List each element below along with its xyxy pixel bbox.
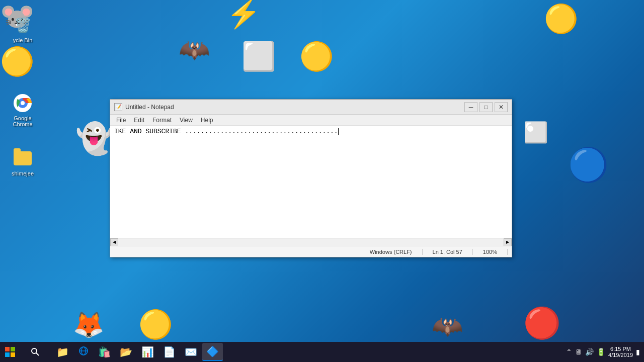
line-ending-status: Windows (CRLF): [360, 249, 423, 255]
svg-point-8: [32, 348, 37, 353]
recycle-bin-icon[interactable]: 🗑️ ycle Bin: [5, 15, 40, 43]
excel-icon: 📊: [141, 346, 154, 358]
chrome-icon[interactable]: Google Chrome: [5, 93, 40, 127]
taskbar-item-word[interactable]: 📄: [159, 343, 180, 361]
scroll-right-button[interactable]: ▶: [504, 238, 512, 246]
pokemon-ghost: 👻: [75, 121, 113, 156]
pokemon-char: 🟡: [299, 40, 334, 73]
tray-network[interactable]: 🖥: [575, 348, 582, 356]
explorer-icon: 📁: [56, 346, 69, 358]
taskbar-search[interactable]: [20, 344, 50, 359]
filemanager-icon: 📂: [120, 346, 132, 358]
recycle-bin-label: ycle Bin: [13, 37, 33, 43]
svg-rect-7: [11, 352, 15, 357]
shimejee-label: shimejee: [12, 170, 34, 176]
taskbar-clock[interactable]: 6:15 PM 4/19/2019: [608, 346, 633, 358]
taskbar-tray: ⌃ 🖥 🔊 🔋 6:15 PM 4/19/2019 ▮: [562, 346, 644, 358]
edit-menu[interactable]: Edit: [130, 116, 148, 125]
notepad-menubar: File Edit Format View Help: [110, 115, 512, 126]
shimejee-image: [13, 148, 33, 168]
format-menu[interactable]: Format: [148, 116, 176, 125]
pokemon-corner: ⬜: [523, 121, 548, 144]
taskbar-item-explorer[interactable]: 📁: [52, 343, 73, 361]
minimize-button[interactable]: ─: [464, 102, 477, 112]
taskbar-item-filemanager[interactable]: 📂: [116, 343, 136, 361]
pokemon-blob: ⬜: [242, 40, 276, 73]
pokemon-bat: 🦇: [179, 35, 210, 64]
ie-icon: [78, 345, 89, 359]
text-cursor: [338, 128, 339, 135]
pokemon-pikachu-top: ⚡: [226, 0, 261, 30]
zoom-status: 100%: [473, 249, 508, 255]
recycle-bin-image: 🗑️: [13, 15, 33, 35]
pokemon-topleft2: 🟡: [0, 45, 35, 78]
pokemon-bottom-left: 🦊: [73, 310, 104, 339]
help-menu[interactable]: Help: [197, 116, 217, 125]
notepad-content[interactable]: IKE AND SUBSCRIBE ......................…: [110, 126, 512, 238]
taskbar-item-excel[interactable]: 📊: [137, 343, 158, 361]
taskbar-item-mail[interactable]: ✉️: [181, 343, 201, 361]
pokemon-pikachu-top2: 🟡: [544, 3, 579, 35]
scroll-left-button[interactable]: ◀: [110, 238, 118, 246]
store-icon: 🛍️: [98, 346, 111, 358]
notepad-app-icon: 📝: [114, 103, 122, 111]
notepad-titlebar[interactable]: 📝 Untitled - Notepad ─ □ ✕: [110, 100, 512, 115]
notepad-title-left: 📝 Untitled - Notepad: [114, 103, 174, 111]
notepad-window: 📝 Untitled - Notepad ─ □ ✕ File Edit For…: [110, 99, 512, 257]
word-icon: 📄: [163, 346, 176, 358]
shimejee-icon[interactable]: shimejee: [5, 148, 40, 176]
chrome-image: [13, 93, 33, 113]
notepad-statusbar: Windows (CRLF) Ln 1, Col 57 100%: [110, 246, 512, 257]
notepad-scrollbar-horizontal[interactable]: ◀ ▶: [110, 238, 512, 246]
close-button[interactable]: ✕: [495, 102, 508, 112]
svg-point-3: [21, 101, 25, 105]
position-status: Ln 1, Col 57: [423, 249, 473, 255]
pokemon-doraemon: 🔵: [568, 146, 609, 184]
notepad-text-content: IKE AND SUBSCRIBE ......................…: [114, 128, 338, 135]
maximize-button[interactable]: □: [479, 102, 493, 112]
svg-rect-5: [11, 347, 15, 351]
view-menu[interactable]: View: [176, 116, 197, 125]
pokemon-bottom-right2: 🔴: [523, 305, 561, 341]
notepad-window-controls: ─ □ ✕: [464, 102, 508, 112]
pokemon-bottom-left2: 🟡: [138, 308, 173, 341]
svg-rect-4: [5, 347, 10, 351]
taskbar: 📁 🛍️ 📂 📊: [0, 342, 644, 362]
taskbar-item-notepad[interactable]: 🔷: [202, 343, 223, 361]
tray-battery[interactable]: 🔋: [597, 348, 605, 356]
pokemon-bottom-right: 🦇: [432, 312, 463, 341]
notepad-taskbar-icon: 🔷: [206, 345, 219, 357]
chrome-label: Google Chrome: [5, 115, 40, 127]
svg-rect-6: [5, 352, 10, 357]
white-dot-decoration: [527, 126, 533, 132]
scrollbar-track[interactable]: [118, 238, 504, 246]
taskbar-items: 📁 🛍️ 📂 📊: [50, 343, 562, 361]
clock-time: 6:15 PM: [610, 346, 631, 352]
notepad-title-text: Untitled - Notepad: [125, 104, 174, 111]
clock-date: 4/19/2019: [608, 352, 633, 358]
tray-chevron[interactable]: ⌃: [566, 348, 572, 356]
taskbar-item-store[interactable]: 🛍️: [94, 343, 115, 361]
windows-logo-icon: [5, 347, 15, 357]
desktop: 🐭 🟡 ⚡ 🦇 ⬜ 🟡 🟡 👻 🔵 ⬜ 🦊 🟡 🦇 🔴 🗑️ ycle Bin …: [0, 0, 644, 362]
file-menu[interactable]: File: [112, 116, 130, 125]
svg-line-9: [36, 353, 39, 355]
search-icon: [31, 347, 40, 356]
tray-volume[interactable]: 🔊: [585, 348, 594, 356]
start-button[interactable]: [0, 342, 20, 362]
show-desktop-button[interactable]: ▮: [636, 348, 640, 356]
mail-icon: ✉️: [185, 346, 197, 358]
taskbar-item-ie[interactable]: [74, 343, 93, 361]
